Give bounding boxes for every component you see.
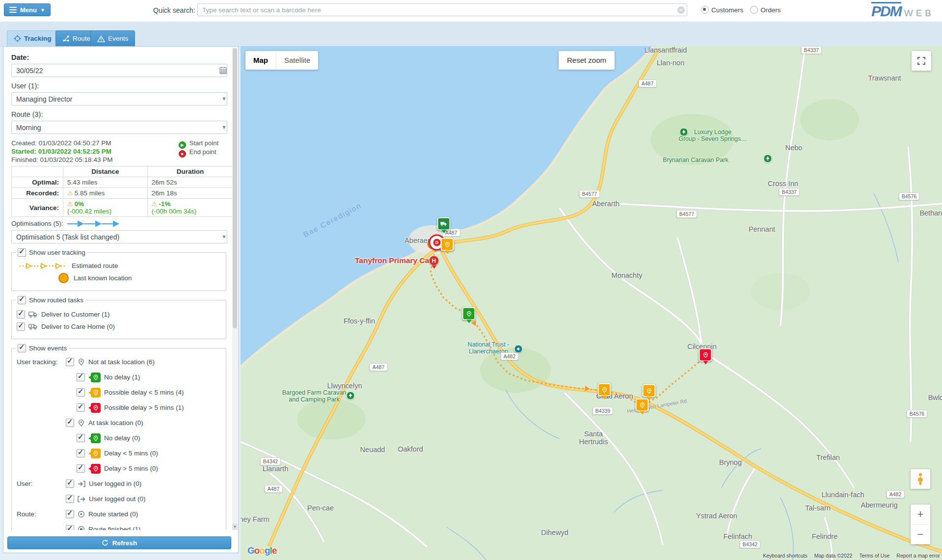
reset-zoom-button[interactable]: Reset zoom [559,51,615,70]
table-row-variance: Variance: ⚠0%(-000.42 miles) ⚠-1%(-00h 0… [12,199,233,217]
chevron-down-icon[interactable]: ▼ [221,234,227,240]
menu-label: Menu [20,6,37,14]
event-red-event-marker[interactable] [699,348,712,362]
event-checkbox[interactable] [66,480,74,488]
pdm-web-app: Menu ▼ Quick search: ✕ Customers Orders … [0,0,942,560]
date-input[interactable] [11,64,227,77]
show-routed-tasks-group: Show routed tasks Deliver to Customer (1… [11,296,226,339]
route-select[interactable]: Morning [11,121,227,134]
event-green-pin-icon [91,373,101,382]
truck-plus-icon [28,323,38,330]
task-checkbox[interactable] [17,322,25,331]
event-orange-event-marker[interactable] [441,238,454,251]
menu-button[interactable]: Menu ▼ [4,3,51,16]
optimisation-select[interactable]: Optimisation 5 (Task list changed) [11,230,227,243]
radio-customers[interactable]: Customers [701,6,743,14]
fullscreen-button[interactable] [912,51,931,71]
route-select-value: Morning [16,124,41,132]
panel-scrollbar[interactable]: ▼ [232,47,238,530]
warning-icon: ⚠ [67,189,73,197]
event-filter-row: Possible delay < 5 mins (4) [17,385,222,400]
quick-search-input[interactable] [197,3,687,16]
zoom-in-button[interactable]: + [911,505,930,524]
quick-search-label: Quick search: [153,6,195,14]
event-filter-row: Delay < 5 mins (0) [17,446,222,461]
routed-task-row: Deliver to Customer (1) [17,310,222,319]
map-type-satellite-button[interactable]: Satellite [276,51,318,70]
show-routed-tasks-checkbox[interactable] [18,296,26,304]
event-label: Delay < 5 mins (0) [104,450,158,457]
tab-tracking[interactable]: Tracking [7,30,58,46]
event-orange-event-marker[interactable] [636,399,649,412]
estimated-route-label: Estimated route [72,262,118,269]
show-user-tracking-checkbox[interactable] [18,248,26,257]
start-point-icon: ▶ [179,141,186,149]
task-checkbox[interactable] [17,310,25,319]
task-label: Deliver to Care Home (0) [41,323,115,330]
event-checkbox[interactable] [66,419,74,427]
route-select-wrap: Morning ▼ [11,121,230,134]
event-checkbox[interactable] [77,449,85,457]
event-checkbox[interactable] [66,525,74,530]
report-map-error-link[interactable]: Report a map error [896,553,940,559]
event-label: Route started (0) [88,510,138,518]
delivery-task-marker[interactable] [437,217,451,231]
pegman-control[interactable] [911,469,930,489]
park-poi-marker[interactable] [680,128,688,136]
event-orange-event-marker[interactable] [643,384,656,398]
show-user-tracking-label: Show user tracking [29,249,85,256]
park-poi-marker[interactable] [764,155,772,163]
top-bar: Menu ▼ Quick search: ✕ Customers Orders … [0,0,942,22]
table-row-optimal: Optimal: 5.43 miles 26m 52s [12,177,233,188]
fullscreen-icon [917,57,925,65]
radio-orders-circle[interactable] [750,6,758,14]
event-orange-event-marker[interactable] [598,383,611,397]
route-finished: Finished: 01/03/2022 05:18:43 PM [11,156,230,164]
clear-search-icon[interactable]: ✕ [677,6,685,14]
task-location-pin-icon [78,419,85,427]
event-label: No delay (0) [104,434,140,442]
routed-task-row: Deliver to Care Home (0) [17,322,222,331]
map-canvas[interactable]: LlansantffraidLlan-nonTrawsnantNeboCross… [241,46,942,560]
radio-orders-label: Orders [760,6,781,14]
event-checkbox[interactable] [77,434,85,442]
radio-customers-circle[interactable] [701,6,709,14]
tab-events[interactable]: Events [90,30,135,46]
attraction-poi-marker[interactable] [514,345,523,353]
hospital-marker[interactable]: H [429,256,439,266]
event-checkbox[interactable] [77,373,85,381]
event-checkbox[interactable] [77,464,85,473]
event-checkbox[interactable] [66,510,74,518]
show-events-checkbox[interactable] [18,344,26,352]
event-filter-row: Possible delay > 5 mins (1) [17,400,222,415]
event-checkbox[interactable] [77,388,85,397]
tab-tracking-label: Tracking [24,35,52,42]
radio-orders[interactable]: Orders [750,6,781,14]
route-started-icon [78,510,85,518]
event-green-event-marker[interactable] [462,307,476,320]
calendar-icon[interactable] [219,67,227,76]
refresh-button[interactable]: Refresh [7,536,231,549]
route-label: Route (3): [11,110,230,118]
keyboard-shortcuts-link[interactable]: Keyboard shortcuts [763,553,807,559]
scrollbar-down-button[interactable]: ▼ [232,524,238,530]
event-label: Possible delay > 5 mins (1) [104,404,184,411]
zoom-out-button[interactable]: − [911,525,930,544]
map-type-map-button[interactable]: Map [245,51,276,70]
scrollbar-thumb[interactable] [233,48,237,328]
map-type-control: Map Satellite [245,51,318,70]
park-poi-marker[interactable] [347,392,355,400]
event-label: User logged out (0) [89,495,146,503]
event-checkbox[interactable] [66,358,74,366]
chevron-down-icon[interactable]: ▼ [221,124,227,130]
tracking-panel-scroll: Date: User (1): Managing Director ▼ Rout… [3,47,232,530]
estimated-route-legend: Estimated route [20,262,222,269]
chevron-down-icon[interactable]: ▼ [221,96,227,102]
event-checkbox[interactable] [77,403,85,412]
event-checkbox[interactable] [66,495,74,503]
route-meta: Created: 01/03/2022 04:50:27 PM Started:… [11,139,230,164]
terms-of-use-link[interactable]: Terms of Use [859,553,889,559]
user-select[interactable]: Managing Director [11,92,227,106]
show-events-group: Show events User tracking:Not at task lo… [11,344,226,530]
event-filter-row: User:User logged in (0) [17,476,222,491]
